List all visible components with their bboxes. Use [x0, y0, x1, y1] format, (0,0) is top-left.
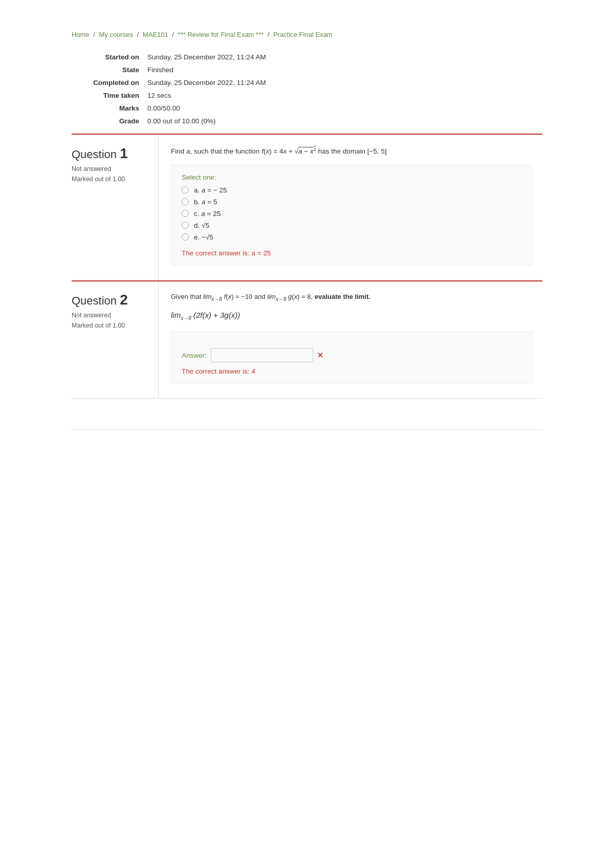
- radio-q1-b[interactable]: [182, 198, 189, 205]
- question-2-correct-answer: The correct answer is: 4: [182, 367, 521, 375]
- answer-wrong-icon: ✕: [317, 351, 323, 359]
- breadcrumb-page[interactable]: Practice Final Exam: [273, 31, 333, 38]
- radio-q1-d[interactable]: [182, 222, 189, 229]
- question-2-status: Not answered: [72, 310, 150, 320]
- summary-completed-label: Completed on: [72, 76, 143, 89]
- question-2-answer-row: Answer: ✕: [182, 348, 521, 362]
- option-q1-b[interactable]: b. a = 5: [182, 198, 521, 206]
- summary-time-value: 12 secs: [143, 89, 542, 102]
- question-2-limit-expression: limx→8 (2f(x) + 3g(x)): [171, 311, 532, 321]
- summary-row-completed: Completed on Sunday, 25 December 2022, 1…: [72, 76, 542, 89]
- summary-row-state: State Finished: [72, 63, 542, 76]
- option-q1-c[interactable]: c. a = 25: [182, 210, 521, 218]
- summary-marks-label: Marks: [72, 102, 143, 115]
- question-2-answer-area: Answer: ✕ The correct answer is: 4: [171, 331, 532, 384]
- breadcrumb-section[interactable]: *** Review for Final Exam ***: [178, 31, 264, 38]
- question-1-right: Find a, such that the function f(x) = 4x…: [159, 135, 542, 280]
- question-1-number: Question 1: [72, 145, 150, 162]
- breadcrumb-home[interactable]: Home: [72, 31, 90, 38]
- question-2-right: Given that limx→8 f(x) = −10 and limx→8 …: [159, 281, 542, 399]
- answer-label-q2: Answer:: [182, 352, 207, 359]
- question-2-prompt: Given that limx→8 f(x) = −10 and limx→8 …: [171, 292, 532, 303]
- summary-row-started: Started on Sunday, 25 December 2022, 11:…: [72, 51, 542, 63]
- summary-marks-value: 0.00/50.00: [143, 102, 542, 115]
- question-1-options-area: Select one: a. a = − 25 b. a = 5 c. a = …: [171, 165, 532, 266]
- option-q1-c-label: c. a = 25: [194, 210, 221, 218]
- summary-started-value: Sunday, 25 December 2022, 11:24 AM: [143, 51, 542, 63]
- summary-state-value: Finished: [143, 63, 542, 76]
- option-q1-a[interactable]: a. a = − 25: [182, 186, 521, 194]
- summary-started-label: Started on: [72, 51, 143, 63]
- question-2-number: Question 2: [72, 292, 150, 308]
- option-q1-a-label: a. a = − 25: [194, 186, 227, 194]
- question-2-left: Question 2 Not answered Marked out of 1.…: [72, 281, 159, 399]
- answer-input-q2[interactable]: [211, 348, 313, 362]
- question-1-left: Question 1 Not answered Marked out of 1.…: [72, 135, 159, 280]
- summary-row-grade: Grade 0.00 out of 10.00 (0%): [72, 115, 542, 127]
- question-1-marks: Marked out of 1.00: [72, 174, 150, 184]
- summary-row-marks: Marks 0.00/50.00: [72, 102, 542, 115]
- summary-completed-value: Sunday, 25 December 2022, 11:24 AM: [143, 76, 542, 89]
- summary-grade-value: 0.00 out of 10.00 (0%): [143, 115, 542, 127]
- summary-state-label: State: [72, 63, 143, 76]
- select-one-label-q1: Select one:: [182, 173, 521, 181]
- summary-grade-label: Grade: [72, 115, 143, 127]
- question-1-block: Question 1 Not answered Marked out of 1.…: [72, 135, 542, 280]
- radio-q1-e[interactable]: [182, 233, 189, 241]
- option-q1-b-label: b. a = 5: [194, 198, 217, 206]
- summary-time-label: Time taken: [72, 89, 143, 102]
- breadcrumb-my-courses[interactable]: My courses: [99, 31, 133, 38]
- question-1-options-list: a. a = − 25 b. a = 5 c. a = 25 d. √5: [182, 186, 521, 241]
- option-q1-d-label: d. √5: [194, 222, 209, 229]
- question-1-meta: Not answered Marked out of 1.00: [72, 164, 150, 184]
- option-q1-d[interactable]: d. √5: [182, 222, 521, 229]
- question-2-meta: Not answered Marked out of 1.00: [72, 310, 150, 331]
- breadcrumb-course[interactable]: MAE101: [143, 31, 168, 38]
- question-2-marks: Marked out of 1.00: [72, 320, 150, 331]
- summary-row-time: Time taken 12 secs: [72, 89, 542, 102]
- option-q1-e-label: e. −√5: [194, 233, 213, 241]
- question-1-prompt: Find a, such that the function f(x) = 4x…: [171, 145, 532, 157]
- footer-line: [72, 429, 542, 430]
- radio-q1-c[interactable]: [182, 210, 189, 217]
- radio-q1-a[interactable]: [182, 186, 189, 193]
- question-2-block: Question 2 Not answered Marked out of 1.…: [72, 280, 542, 399]
- question-1-correct-answer: The correct answer is: a = 25: [182, 249, 521, 257]
- option-q1-e[interactable]: e. −√5: [182, 233, 521, 241]
- breadcrumb: Home / My courses / MAE101 / *** Review …: [72, 31, 542, 38]
- question-1-status: Not answered: [72, 164, 150, 174]
- summary-table: Started on Sunday, 25 December 2022, 11:…: [72, 51, 542, 127]
